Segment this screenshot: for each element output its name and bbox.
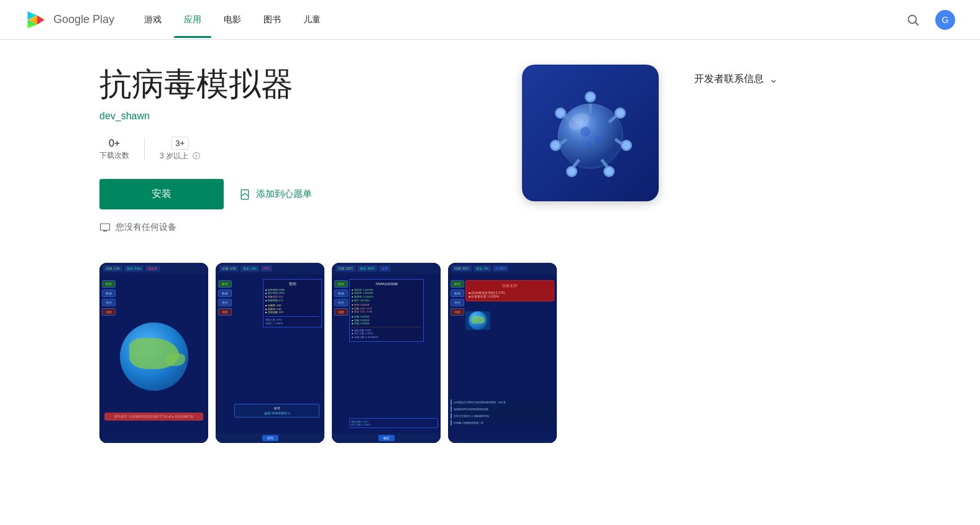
header: Google Play 游戏 应用 电影 图书 儿童 G <box>0 0 980 40</box>
svg-point-13 <box>623 142 630 149</box>
stat-downloads: 0+ 下载次数 <box>99 138 144 161</box>
logo-text: Google Play <box>53 13 114 26</box>
svg-point-17 <box>568 168 575 175</box>
nav-item-movies[interactable]: 电影 <box>214 9 251 30</box>
developer-info-title: 开发者联系信息 <box>694 73 764 86</box>
svg-rect-3 <box>101 224 110 231</box>
google-play-icon <box>25 9 47 31</box>
stat-rating: 3+ 3 岁以上 ⓘ <box>145 137 215 162</box>
svg-point-6 <box>558 104 623 168</box>
monitor-icon <box>99 222 111 233</box>
app-icon-graphic <box>534 77 646 189</box>
device-notice: 您没有任何设备 <box>99 222 497 233</box>
app-info: 抗病毒模拟器 dev_shawn 0+ 下载次数 3+ <box>99 65 497 233</box>
header-actions: G <box>900 7 955 32</box>
right-panel: 开发者联系信息 ⌄ <box>694 65 881 93</box>
install-button[interactable]: 安装 <box>99 179 224 209</box>
screenshot-2[interactable]: 日期: 1/18 资金: 13m 88% 研究 数据 管控 消息 <box>216 263 324 443</box>
nav-item-books[interactable]: 图书 <box>254 9 291 30</box>
search-button[interactable] <box>900 7 925 32</box>
svg-point-15 <box>605 168 613 175</box>
rating-badge: 3+ <box>171 137 189 150</box>
app-icon-container <box>522 65 659 201</box>
svg-rect-2 <box>241 189 249 199</box>
developer-info-toggle[interactable]: 开发者联系信息 ⌄ <box>694 65 881 93</box>
svg-point-9 <box>587 93 594 101</box>
svg-point-21 <box>557 109 564 117</box>
downloads-value: 0+ <box>109 138 120 149</box>
svg-point-30 <box>580 127 590 137</box>
screenshots-scroll[interactable]: 日期: 1/16 资金: 8.5m 感染率 研究 数据 管控 消息 <box>99 263 659 448</box>
layout-main: 抗病毒模拟器 dev_shawn 0+ 下载次数 3+ <box>99 65 881 448</box>
screenshot-4[interactable]: 日期: 2027 资金: 2% 3.786m 研究 数据 管控 消息 <box>448 263 557 443</box>
logo-link[interactable]: Google Play <box>25 9 114 31</box>
avatar[interactable]: G <box>935 10 955 30</box>
bookmark-icon <box>239 188 251 201</box>
rating-label: 3 岁以上 ⓘ <box>160 151 200 162</box>
screenshot-1[interactable]: 日期: 1/16 资金: 8.5m 感染率 研究 数据 管控 消息 <box>99 263 208 443</box>
chevron-down-icon: ⌄ <box>769 72 778 86</box>
nav-item-kids[interactable]: 儿童 <box>293 9 331 30</box>
content-area: 抗病毒模拟器 dev_shawn 0+ 下载次数 3+ <box>99 65 659 448</box>
app-icon <box>522 65 659 201</box>
app-actions: 安装 添加到心愿单 <box>99 179 497 209</box>
main-nav: 游戏 应用 电影 图书 儿童 <box>134 9 900 30</box>
nav-item-games[interactable]: 游戏 <box>134 9 172 30</box>
search-icon <box>906 13 920 27</box>
svg-point-31 <box>594 135 602 143</box>
downloads-label: 下载次数 <box>99 150 129 161</box>
info-icon[interactable]: ⓘ <box>193 152 200 160</box>
main-content: 抗病毒模拟器 dev_shawn 0+ 下载次数 3+ <box>0 40 980 503</box>
wishlist-button[interactable]: 添加到心愿单 <box>234 183 317 206</box>
svg-point-32 <box>586 141 592 147</box>
svg-line-1 <box>915 22 918 25</box>
svg-point-19 <box>552 142 559 149</box>
svg-point-11 <box>616 109 624 117</box>
screenshot-3[interactable]: 日期: 2027 资金: 6427 全球 研究 数据 管控 消息 <box>332 263 441 443</box>
developer-link[interactable]: dev_shawn <box>99 111 497 122</box>
app-hero: 抗病毒模拟器 dev_shawn 0+ 下载次数 3+ <box>99 65 659 233</box>
screenshots-section: 日期: 1/16 资金: 8.5m 感染率 研究 数据 管控 消息 <box>99 263 659 448</box>
app-title: 抗病毒模拟器 <box>99 65 497 103</box>
nav-item-apps[interactable]: 应用 <box>174 9 211 30</box>
app-stats: 0+ 下载次数 3+ 3 岁以上 ⓘ <box>99 137 497 162</box>
